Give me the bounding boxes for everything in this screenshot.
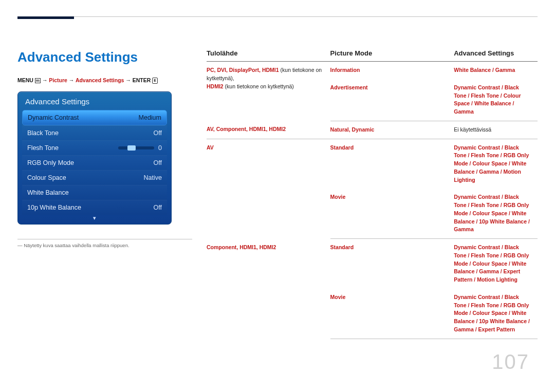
table-row: PC, DVI, DisplayPort, HDMI1 (kun tietoko… [207,62,538,79]
cell-mode: Movie [330,289,454,339]
breadcrumb-menu: MENU [17,77,33,83]
left-column: Advanced Settings MENU m → Picture → Adv… [17,49,207,339]
th-advanced: Advanced Settings [454,49,538,62]
cell-set: Dynamic Contrast / Black Tone / Flesh To… [454,139,538,189]
osd-row-label: Dynamic Contrast [28,114,79,121]
osd-slider-wrap: 0 [118,144,162,152]
breadcrumb-picture: Picture [49,77,67,83]
arrow-3: → [125,77,132,83]
breadcrumb-advanced: Advanced Settings [76,77,124,83]
osd-row-label: Black Tone [27,129,59,137]
cell-set: Dynamic Contrast / Black Tone / Flesh To… [454,189,538,238]
table-row: Component, HDMI1, HDMI2 Standard Dynamic… [207,239,538,289]
set-red: Dynamic Contrast / Black Tone / Flesh To… [454,294,530,332]
osd-row-dynamic-contrast[interactable]: Dynamic Contrast Medium [22,110,167,125]
mode-red: Standard [330,144,354,151]
cell-source: AV, Component, HDMI1, HDMI2 [207,121,330,139]
th-mode: Picture Mode [330,49,454,62]
osd-row-value: Native [144,174,162,181]
right-column: Tulolähde Picture Mode Advanced Settings… [207,49,538,339]
mode-red: Information [330,67,360,73]
table-head-row: Tulolähde Picture Mode Advanced Settings [207,49,538,62]
set-red: Dynamic Contrast / Black Tone / Flesh To… [454,84,521,115]
page-root: Advanced Settings MENU m → Picture → Adv… [0,0,555,392]
mode-red: Movie [330,194,346,200]
osd-row-value: Medium [139,114,161,121]
content: Advanced Settings MENU m → Picture → Adv… [17,0,538,339]
set-red: Dynamic Contrast / Black Tone / Flesh To… [454,194,530,232]
mode-red: Movie [330,294,346,300]
cell-set: Dynamic Contrast / Black Tone / Flesh To… [454,79,538,121]
osd-row-label: Colour Space [27,174,66,181]
top-rule-accent [17,16,74,19]
top-rule [17,16,538,17]
osd-row-value: 0 [158,144,162,152]
mode-red: Natural, Dynamic [330,126,375,133]
src-note2: (kun tietokone on kytkettynä) [225,83,294,89]
src-red: AV [207,144,214,151]
slider-icon[interactable] [118,146,154,150]
osd-panel: Advanced Settings Dynamic Contrast Mediu… [17,91,172,225]
page-number: 107 [492,350,529,374]
src-red: PC, DVI, DisplayPort, HDMI1 [207,67,279,73]
set-red: Dynamic Contrast / Black Tone / Flesh To… [454,144,529,183]
cell-source: Component, HDMI1, HDMI2 [207,239,330,339]
osd-row-colour-space[interactable]: Colour Space Native [22,170,167,185]
osd-row-10p-wb[interactable]: 10p White Balance Off [22,200,167,215]
breadcrumb-enter: ENTER [133,77,151,83]
osd-row-label: White Balance [27,189,69,196]
osd-row-rgb-only[interactable]: RGB Only Mode Off [22,155,167,170]
enter-icon: E [152,78,158,84]
menu-icon: m [35,78,41,83]
footnote: ― Näytetty kuva saattaa vaihdella mallis… [17,242,192,248]
breadcrumb: MENU m → Picture → Advanced Settings → E… [17,77,192,84]
osd-row-value: Off [154,129,162,137]
cell-set: Dynamic Contrast / Black Tone / Flesh To… [454,289,538,339]
set-plain: Ei käytettävissä [454,126,491,133]
set-red: Dynamic Contrast / Black Tone / Flesh To… [454,244,529,283]
table-row: AV Standard Dynamic Contrast / Black Ton… [207,139,538,189]
page-title: Advanced Settings [17,49,192,65]
arrow-1: → [42,77,49,83]
src-red: Component, HDMI1, HDMI2 [207,244,276,250]
osd-row-value: Off [154,204,162,211]
cell-mode: Advertisement [330,79,454,121]
osd-row-flesh-tone[interactable]: Flesh Tone 0 [22,140,167,155]
cell-source: AV [207,139,330,239]
src-red: AV, Component, HDMI1, HDMI2 [207,126,286,132]
arrow-2: → [69,77,76,83]
osd-row-value: Off [154,159,162,166]
cell-mode: Natural, Dynamic [330,121,454,139]
cell-mode: Information [330,62,454,79]
cell-mode: Standard [330,139,454,189]
set-red: White Balance / Gamma [454,67,515,73]
osd-row-label: RGB Only Mode [27,159,74,166]
settings-table: Tulolähde Picture Mode Advanced Settings… [207,49,538,339]
cell-mode: Standard [330,239,454,289]
osd-row-label: 10p White Balance [27,204,81,211]
cell-set: Dynamic Contrast / Black Tone / Flesh To… [454,239,538,289]
osd-row-black-tone[interactable]: Black Tone Off [22,125,167,140]
table-row: AV, Component, HDMI1, HDMI2 Natural, Dyn… [207,121,538,139]
cell-mode: Movie [330,189,454,238]
osd-row-label: Flesh Tone [27,144,59,152]
th-source: Tulolähde [207,49,330,62]
cell-set: White Balance / Gamma [454,62,538,79]
cell-set: Ei käytettävissä [454,121,538,139]
cell-source: PC, DVI, DisplayPort, HDMI1 (kun tietoko… [207,62,330,121]
mode-red: Advertisement [330,84,368,90]
osd-row-white-balance[interactable]: White Balance [22,185,167,200]
mode-red: Standard [330,244,354,250]
left-rule [17,239,192,239]
chevron-down-icon[interactable]: ▾ [18,215,171,224]
osd-title: Advanced Settings [18,92,171,110]
src-red2: HDMI2 [207,83,224,89]
